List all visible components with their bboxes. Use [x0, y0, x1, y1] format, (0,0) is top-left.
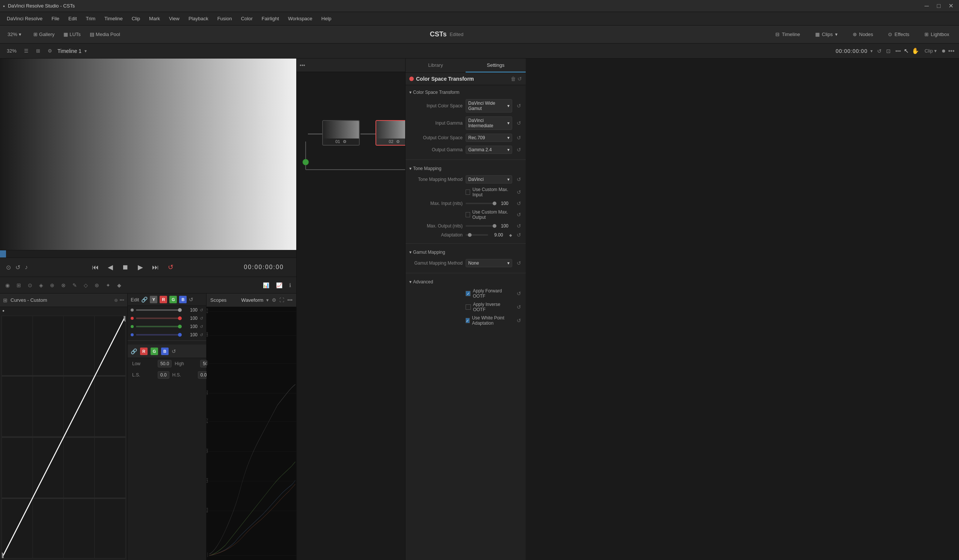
- apply-forward-ootf-reset[interactable]: ↺: [517, 291, 521, 296]
- stop-button[interactable]: ⏹: [120, 262, 131, 273]
- softclip-reset-icon[interactable]: ↺: [172, 348, 176, 354]
- scope-more-icon[interactable]: •••: [287, 297, 293, 303]
- tab-effects[interactable]: ⊙ Effects: [883, 29, 915, 40]
- menu-help[interactable]: Help: [318, 14, 335, 23]
- skip-end-button[interactable]: ⏭: [150, 262, 161, 273]
- close-button[interactable]: ✕: [945, 1, 956, 11]
- menu-playback[interactable]: Playback: [185, 14, 212, 23]
- prev-frame-button[interactable]: ◀: [105, 262, 115, 273]
- max-output-reset[interactable]: ↺: [517, 223, 521, 229]
- use-white-point-reset[interactable]: ↺: [517, 318, 521, 323]
- menu-fusion[interactable]: Fusion: [213, 14, 236, 23]
- node-editor-area[interactable]: 01 ⚙ 02 ⚙: [296, 72, 405, 560]
- input-gamma-reset[interactable]: ↺: [517, 120, 521, 126]
- link-icon[interactable]: 🔗: [141, 296, 148, 302]
- gamut-mapping-method-reset[interactable]: ↺: [517, 260, 521, 266]
- advanced-toggle[interactable]: ▾ Advanced: [406, 277, 526, 287]
- tone-mapping-method-dropdown[interactable]: DaVinci ▾: [465, 175, 512, 183]
- cst-section-toggle[interactable]: ▾ Color Space Transform: [406, 88, 526, 97]
- curves-btn[interactable]: ⊞: [14, 281, 23, 290]
- blur-btn[interactable]: ⊗: [59, 281, 68, 290]
- adaptation-reset[interactable]: ↺: [517, 232, 521, 238]
- menu-edit[interactable]: Edit: [65, 14, 80, 23]
- channel-y-btn[interactable]: Y: [150, 296, 157, 303]
- pointer-tool[interactable]: ↖: [904, 47, 909, 54]
- motion-btn[interactable]: ◈: [37, 281, 45, 290]
- tone-mapping-toggle[interactable]: ▾ Tone Mapping: [406, 164, 526, 173]
- softclip-b-btn[interactable]: B: [161, 348, 169, 355]
- zoom-level[interactable]: 32% ▾: [5, 30, 24, 39]
- histogram-btn[interactable]: 📈: [274, 281, 285, 290]
- delete-icon[interactable]: 🗑: [511, 76, 516, 82]
- channel-b-btn[interactable]: B: [179, 296, 186, 303]
- curves-options-icon[interactable]: •••: [119, 298, 124, 303]
- gallery-button[interactable]: ⊞ Gallery: [30, 30, 57, 39]
- menu-workspace[interactable]: Workspace: [284, 14, 316, 23]
- input-gamma-dropdown[interactable]: DaVinci Intermediate ▾: [465, 116, 512, 130]
- softclip-g-btn[interactable]: G: [151, 348, 158, 355]
- output-color-space-reset[interactable]: ↺: [517, 135, 521, 141]
- menu-timeline[interactable]: Timeline: [100, 14, 127, 23]
- tab-library[interactable]: Library: [406, 59, 465, 72]
- curves-canvas-area[interactable]: [2, 316, 126, 558]
- menu-mark[interactable]: Mark: [145, 14, 164, 23]
- shape-btn[interactable]: ◇: [81, 281, 90, 290]
- edit-btn[interactable]: ✎: [70, 281, 79, 290]
- tab-clips[interactable]: ▦ Clips ▾: [810, 29, 843, 40]
- use-custom-max-output-reset[interactable]: ↺: [517, 212, 521, 218]
- clip-label[interactable]: Clip ▾: [922, 46, 939, 55]
- tab-lightbox[interactable]: ⊞ Lightbox: [919, 29, 954, 40]
- tracker-btn[interactable]: ⊛: [92, 281, 101, 290]
- color-wheel-btn[interactable]: ◉: [3, 281, 12, 290]
- channel-green-reset[interactable]: ↺: [200, 324, 203, 329]
- color-settings-icon[interactable]: ⊙: [6, 264, 11, 271]
- play-button[interactable]: ▶: [135, 262, 145, 273]
- tab-nodes[interactable]: ⊛ Nodes: [847, 29, 879, 40]
- use-custom-max-output-checkbox[interactable]: [465, 212, 470, 217]
- ls-value[interactable]: 0.0: [158, 371, 169, 379]
- menu-fairlight[interactable]: Fairlight: [258, 14, 283, 23]
- tab-timeline[interactable]: ⊟ Timeline: [770, 29, 805, 40]
- scope-fullscreen-icon[interactable]: ⛶: [279, 297, 284, 303]
- minimize-button[interactable]: ─: [921, 1, 932, 11]
- apply-inverse-ootf-reset[interactable]: ↺: [517, 304, 521, 310]
- loop-icon[interactable]: ↺: [877, 48, 882, 54]
- link-icon[interactable]: 🔗: [131, 348, 137, 354]
- menu-file[interactable]: File: [48, 14, 63, 23]
- reset-all-icon[interactable]: ↺: [189, 296, 193, 302]
- reset-icon[interactable]: ↺: [518, 76, 522, 82]
- waveform-mode[interactable]: Waveform: [241, 297, 264, 303]
- channel-luma-reset[interactable]: ↺: [200, 308, 203, 313]
- channel-g-btn[interactable]: G: [169, 296, 177, 303]
- low-value[interactable]: 50.0: [158, 360, 172, 368]
- tone-mapping-method-reset[interactable]: ↺: [517, 177, 521, 182]
- loop-button[interactable]: ↺: [166, 262, 176, 273]
- layout-grid-btn[interactable]: ⊞: [34, 46, 42, 55]
- node-02[interactable]: 02 ⚙: [376, 120, 405, 146]
- max-input-reset[interactable]: ↺: [517, 200, 521, 207]
- layout-list-btn[interactable]: ☰: [22, 46, 31, 55]
- audio-icon[interactable]: ♪: [25, 264, 28, 270]
- tab-settings[interactable]: Settings: [465, 59, 526, 72]
- undo-icon[interactable]: ↺: [15, 264, 20, 271]
- luts-button[interactable]: ▦ LUTs: [61, 30, 84, 39]
- node-01[interactable]: 01 ⚙: [322, 120, 360, 146]
- menu-view[interactable]: View: [165, 14, 183, 23]
- input-color-space-reset[interactable]: ↺: [517, 103, 521, 109]
- timeline-scrubber[interactable]: [0, 250, 296, 258]
- skip-start-button[interactable]: ⏮: [90, 262, 101, 273]
- apply-inverse-ootf-checkbox[interactable]: [465, 304, 471, 310]
- output-gamma-dropdown[interactable]: Gamma 2.4 ▾: [465, 146, 512, 154]
- mask-btn[interactable]: ⊕: [48, 281, 57, 290]
- use-custom-max-input-reset[interactable]: ↺: [517, 189, 521, 195]
- channel-r-btn[interactable]: R: [159, 296, 167, 303]
- menu-clip[interactable]: Clip: [128, 14, 144, 23]
- menu-color[interactable]: Color: [237, 14, 256, 23]
- more-options-icon[interactable]: •••: [948, 48, 954, 54]
- use-custom-max-input-checkbox[interactable]: [465, 189, 470, 195]
- output-gamma-reset[interactable]: ↺: [517, 147, 521, 153]
- hue-btn[interactable]: ⊙: [25, 281, 35, 290]
- media-pool-button[interactable]: ▤ Media Pool: [87, 30, 123, 39]
- channel-blue-reset[interactable]: ↺: [200, 332, 203, 337]
- info-btn[interactable]: ℹ: [287, 281, 293, 290]
